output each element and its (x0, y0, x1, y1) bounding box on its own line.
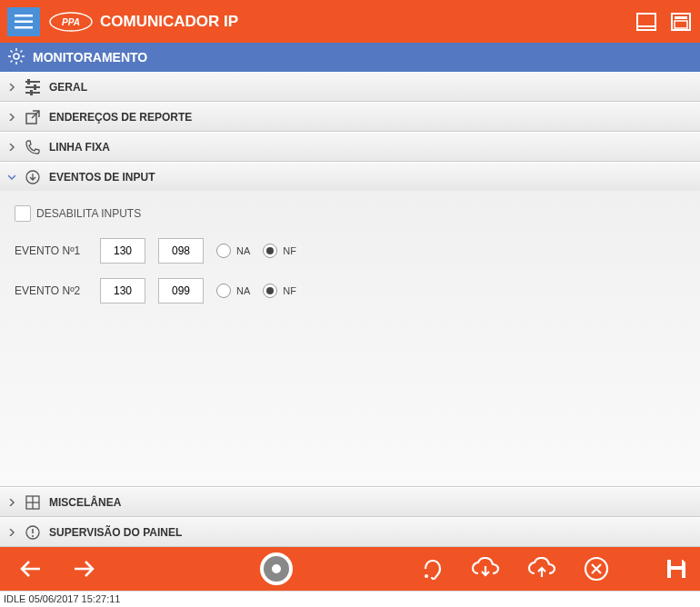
sliders-icon (24, 78, 42, 96)
panel-header-enderecos[interactable]: ENDEREÇOS DE REPORTE (0, 102, 700, 131)
bottom-bar (0, 547, 700, 591)
upload-button[interactable] (527, 557, 556, 581)
disable-inputs-label: DESABILITA INPUTS (36, 207, 141, 220)
chevron-down-icon (7, 173, 16, 182)
top-right-icons (635, 10, 693, 34)
save-button[interactable] (664, 556, 689, 582)
svg-text:PPA: PPA (62, 17, 80, 27)
svg-rect-5 (637, 14, 655, 30)
panel-header-supervisao[interactable]: SUPERVISÃO DO PAINEL (0, 517, 700, 546)
forward-button[interactable] (71, 558, 96, 580)
panel-title-eventos-input: EVENTOS DE INPUT (49, 171, 155, 184)
chevron-right-icon (7, 498, 16, 507)
external-link-icon (24, 108, 42, 126)
event-1-input-a[interactable] (100, 238, 145, 264)
gear-icon (7, 47, 25, 68)
event-row-2: EVENTO Nº2 NA NF (15, 278, 685, 304)
svg-point-25 (425, 574, 428, 578)
chevron-right-icon (7, 528, 16, 537)
event-2-radio-na-label: NA (236, 285, 250, 296)
panel-header-geral[interactable]: GERAL (0, 72, 700, 101)
svg-rect-1 (15, 20, 33, 23)
panel-linha-fixa: LINHA FIXA (0, 132, 700, 162)
event-1-radio-na-label: NA (236, 245, 250, 256)
svg-point-10 (14, 54, 19, 59)
disable-inputs-checkbox[interactable] (15, 205, 31, 222)
phone-icon (24, 138, 42, 156)
panel-eventos-input: EVENTOS DE INPUT DESABILITA INPUTS EVENT… (0, 162, 700, 487)
app-title: COMUNICADOR IP (100, 13, 238, 31)
event-2-input-b[interactable] (158, 278, 204, 304)
record-icon (260, 552, 293, 585)
event-1-radio-nf-group: NF (263, 244, 296, 258)
download-button[interactable] (471, 557, 500, 581)
event-2-radio-na[interactable] (216, 284, 231, 298)
event-2-input-a[interactable] (100, 278, 145, 304)
event-1-label: EVENTO Nº1 (15, 244, 87, 257)
chevron-right-icon (7, 143, 16, 152)
event-row-1: EVENTO Nº1 NA NF (15, 238, 685, 264)
svg-rect-15 (34, 85, 36, 90)
panel-header-miscelanea[interactable]: MISCELÂNEA (0, 487, 700, 516)
top-bar: PPA COMUNICADOR IP (0, 0, 700, 43)
status-text: IDLE 05/06/2017 15:27:11 (4, 593, 120, 604)
svg-rect-2 (15, 26, 33, 29)
event-1-radio-na[interactable] (216, 244, 231, 258)
panel-content-eventos-input: DESABILITA INPUTS EVENTO Nº1 NA NF EVENT… (0, 191, 700, 486)
panel-title-enderecos: ENDEREÇOS DE REPORTE (49, 111, 192, 124)
event-2-radio-nf[interactable] (263, 284, 277, 298)
svg-rect-9 (675, 21, 687, 28)
section-title: MONITORAMENTO (33, 50, 147, 65)
svg-rect-0 (15, 15, 33, 17)
status-bar: IDLE 05/06/2017 15:27:11 (0, 591, 700, 607)
hamburger-button[interactable] (7, 7, 40, 36)
event-2-label: EVENTO Nº2 (15, 284, 87, 297)
svg-rect-12 (25, 86, 40, 88)
panel-header-linha-fixa[interactable]: LINHA FIXA (0, 132, 700, 161)
logo-area: PPA COMUNICADOR IP (49, 12, 635, 32)
download-circle-icon (24, 168, 42, 186)
cancel-button[interactable] (584, 556, 609, 582)
panel-supervisao: SUPERVISÃO DO PAINEL (0, 517, 700, 547)
chevron-right-icon (7, 83, 16, 92)
event-1-radio-na-group: NA (216, 244, 250, 258)
panel-title-supervisao: SUPERVISÃO DO PAINEL (49, 526, 182, 539)
svg-rect-14 (27, 79, 30, 85)
back-button[interactable] (18, 558, 44, 580)
panel-title-geral: GERAL (49, 81, 87, 94)
content-area: GERAL ENDEREÇOS DE REPORTE LINHA FIXA EV… (0, 72, 700, 547)
grid-icon (24, 493, 42, 512)
panels-icon[interactable] (669, 10, 693, 34)
chevron-right-icon (7, 113, 16, 122)
window-icon[interactable] (635, 10, 658, 34)
event-1-radio-nf-label: NF (283, 245, 296, 256)
alert-circle-icon (24, 523, 42, 542)
panel-title-miscelanea: MISCELÂNEA (49, 496, 121, 509)
svg-rect-8 (675, 16, 687, 19)
event-2-radio-nf-label: NF (283, 285, 296, 296)
panel-enderecos: ENDEREÇOS DE REPORTE (0, 102, 700, 132)
svg-rect-27 (671, 560, 682, 566)
svg-point-24 (32, 535, 34, 537)
panel-title-linha-fixa: LINHA FIXA (49, 141, 110, 154)
disable-inputs-row: DESABILITA INPUTS (15, 205, 685, 222)
svg-rect-16 (30, 90, 33, 95)
brand-logo-icon: PPA (49, 12, 93, 32)
listen-button[interactable] (420, 556, 444, 582)
record-button[interactable] (260, 552, 293, 585)
section-header: MONITORAMENTO (0, 43, 700, 72)
event-1-radio-nf[interactable] (263, 244, 277, 258)
panel-header-eventos-input[interactable]: EVENTOS DE INPUT (0, 162, 700, 191)
event-1-input-b[interactable] (158, 238, 204, 264)
panel-miscelanea: MISCELÂNEA (0, 487, 700, 517)
event-2-radio-nf-group: NF (263, 284, 296, 298)
svg-rect-28 (671, 570, 682, 578)
event-2-radio-na-group: NA (216, 284, 250, 298)
panel-geral: GERAL (0, 72, 700, 102)
